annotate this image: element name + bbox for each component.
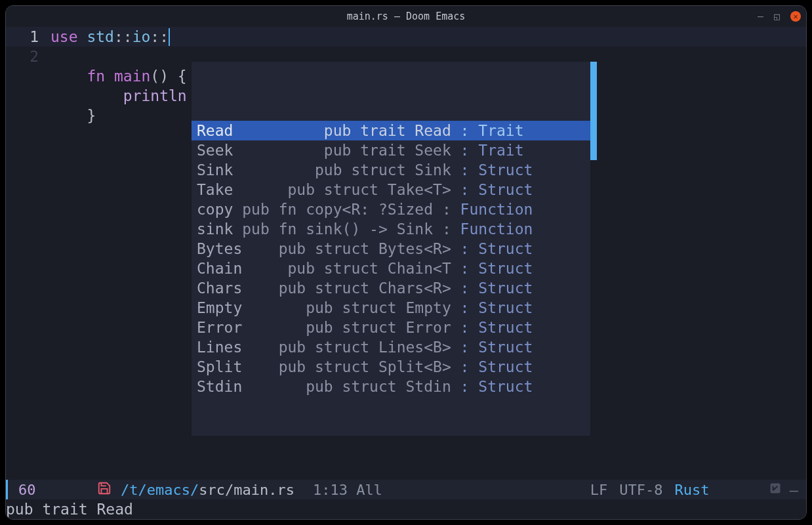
percent-indicator: 60 — [18, 482, 36, 498]
completion-item[interactable]: Take pub struct Take<T> : Struct — [192, 180, 590, 200]
completion-item[interactable]: copy pub fn copy<R: ?Sized : Function — [192, 200, 590, 219]
completion-item[interactable]: Read pub trait Read : Trait — [192, 121, 590, 140]
completion-item[interactable]: Error pub struct Error : Struct — [192, 318, 590, 337]
code-line-1[interactable]: 1 use std::io:: — [6, 27, 806, 47]
completion-item[interactable]: Split pub struct Split<B> : Struct — [192, 357, 590, 377]
line-number: 2 — [6, 47, 51, 66]
completion-item[interactable]: Chain pub struct Chain<T : Struct — [192, 259, 590, 278]
completion-item[interactable]: Chars pub struct Chars<R> : Struct — [192, 278, 590, 298]
titlebar: main.rs – Doom Emacs – ◱ ✕ — [6, 6, 806, 27]
code-content: fn main() { — [51, 66, 187, 86]
minimize-button[interactable]: – — [758, 10, 763, 22]
window-controls: – ◱ ✕ — [758, 6, 801, 27]
completion-scrollbar[interactable] — [590, 62, 597, 160]
close-button[interactable]: ✕ — [790, 11, 801, 22]
modeline: 60 /t/emacs/src/main.rs 1:13 All LF UTF-… — [6, 480, 806, 499]
line-number — [6, 66, 51, 86]
text-cursor — [169, 28, 170, 46]
maximize-button[interactable]: ◱ — [774, 10, 780, 22]
completion-item[interactable]: Stdin pub struct Stdin : Struct — [192, 377, 590, 396]
code-content: println — [51, 86, 187, 106]
code-editor[interactable]: 1 use std::io:: 2 fn main() { println } … — [6, 27, 806, 480]
encoding: UTF-8 — [619, 482, 662, 498]
line-ending: LF — [590, 482, 608, 498]
file-path-name: src/main.rs — [199, 482, 294, 498]
file-path-dir: /t/emacs/ — [121, 482, 199, 498]
line-number — [6, 86, 51, 106]
completion-item[interactable]: Seek pub trait Seek : Trait — [192, 140, 590, 160]
completion-item[interactable]: Bytes pub struct Bytes<R> : Struct — [192, 239, 590, 259]
window-title: main.rs – Doom Emacs — [347, 10, 466, 22]
line-number — [6, 106, 51, 125]
line-number: 1 — [6, 27, 51, 47]
completion-popup[interactable]: Read pub trait Read : Trait Seek pub tra… — [192, 62, 590, 436]
language-mode: Rust — [675, 482, 710, 498]
editor-window: main.rs – Doom Emacs – ◱ ✕ 1 use std::io… — [5, 5, 807, 520]
code-content: use std::io:: — [51, 27, 170, 47]
cursor-position: 1:13 All — [313, 482, 382, 498]
completion-item[interactable]: sink pub fn sink() -> Sink : Function — [192, 219, 590, 239]
completion-item[interactable]: Sink pub struct Sink : Struct — [192, 160, 590, 180]
completion-item[interactable]: Empty pub struct Empty : Struct — [192, 298, 590, 318]
modeline-dash: – — [790, 482, 798, 498]
echo-text: pub trait Read — [6, 501, 133, 518]
echo-area: pub trait Read — [6, 499, 806, 519]
code-content: } — [51, 106, 96, 125]
completion-item[interactable]: Lines pub struct Lines<B> : Struct — [192, 337, 590, 357]
